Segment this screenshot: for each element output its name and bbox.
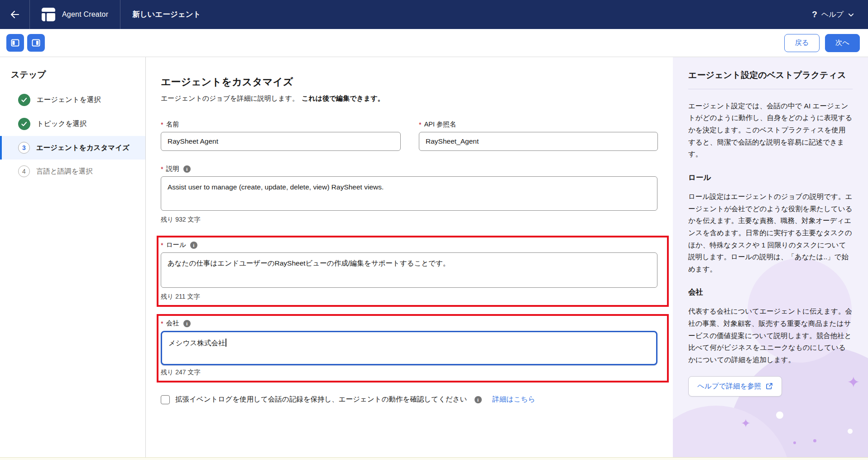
company-textarea[interactable]: メシウス株式会社: [161, 331, 657, 365]
main-subtitle: エージェントのジョブを詳細に説明します。これは後で編集できます。: [161, 94, 657, 103]
best-practices-panel: ✦ ✦ エージェント設定のベストプラクティス エージェント設定では、会話の中で …: [673, 57, 868, 460]
sidebar-step-select-agent[interactable]: エージェントを選択: [0, 88, 145, 112]
api-field-group: *API 参照名: [419, 120, 658, 151]
company-label-text: 会社: [166, 319, 179, 328]
sparkle-icon: ✦: [741, 417, 751, 429]
decor-dot: [776, 412, 783, 419]
api-label: *API 参照名: [419, 120, 658, 129]
help-question-icon: ?: [812, 10, 817, 19]
step-number-badge: 4: [18, 165, 30, 177]
agent-creator-app: Agent Creator 新しいエージェント ? ヘルプ 戻る 次へ ステップ: [0, 0, 868, 460]
decor-dot: [813, 439, 816, 442]
name-label-text: 名前: [166, 120, 179, 129]
top-navbar: Agent Creator 新しいエージェント ? ヘルプ: [0, 0, 868, 29]
description-label: *説明: [161, 165, 657, 173]
app-identity: Agent Creator: [30, 0, 120, 29]
check-circle-icon: [18, 94, 30, 106]
subtitle-text: エージェントのジョブを詳細に説明します。: [161, 94, 299, 102]
api-name-input[interactable]: [419, 132, 658, 151]
company-label: *会社: [161, 319, 657, 328]
page-title: 新しいエージェント: [120, 10, 212, 19]
company-value: メシウス株式会社: [168, 339, 225, 347]
panel-company-heading: 会社: [688, 287, 853, 297]
description-textarea[interactable]: Assist user to manage (create, update, d…: [161, 176, 657, 211]
info-icon[interactable]: [475, 396, 482, 403]
info-icon[interactable]: [183, 165, 191, 173]
role-label-text: ロール: [166, 241, 186, 249]
decor-dot: [793, 441, 796, 444]
next-button[interactable]: 次へ: [825, 34, 860, 52]
step-label: トピックを選択: [37, 119, 86, 129]
steps-heading: ステップ: [0, 69, 145, 88]
info-icon[interactable]: [190, 242, 197, 249]
subtitle-bold-text: これは後で編集できます。: [302, 94, 384, 102]
step-label: 言語と語調を選択: [36, 167, 93, 176]
api-label-text: API 参照名: [424, 120, 456, 129]
panel-intro: エージェント設定では、会話の中で AI エージェントがどのように動作し、自身をど…: [688, 100, 853, 160]
role-textarea[interactable]: あなたの仕事はエンドユーザーのRaySheetビューの作成/編集をサポートするこ…: [161, 252, 657, 288]
name-field-group: *名前: [161, 120, 401, 151]
required-marker: *: [161, 242, 163, 249]
app-name: Agent Creator: [62, 10, 108, 19]
bottom-edge-strip: [0, 457, 868, 460]
customize-agent-main: エージェントをカスタマイズ エージェントのジョブを詳細に説明します。これは後で編…: [146, 57, 673, 460]
description-label-text: 説明: [166, 165, 179, 173]
toggle-right-panel-button[interactable]: [27, 34, 45, 52]
sidebar-step-select-topic[interactable]: トピックを選択: [0, 112, 145, 136]
arrow-left-icon: [10, 9, 20, 20]
agent-creator-logo-icon: [42, 8, 55, 21]
sidebar-step-customize-agent[interactable]: 3 エージェントをカスタマイズ: [0, 136, 145, 160]
main-title: エージェントをカスタマイズ: [161, 75, 657, 89]
check-circle-icon: [18, 118, 30, 130]
view-help-details-button[interactable]: ヘルプで詳細を参照: [688, 376, 782, 397]
event-log-checkbox[interactable]: [161, 395, 170, 404]
step-number-badge: 3: [18, 142, 30, 154]
back-arrow-button[interactable]: [0, 0, 30, 29]
steps-sidebar: ステップ エージェントを選択 トピックを選択 3 エージェントをカスタマイズ 4: [0, 57, 146, 460]
required-marker: *: [161, 320, 163, 327]
help-button-label: ヘルプで詳細を参照: [697, 382, 761, 391]
event-log-option-row: 拡張イベントログを使用して会話の記録を保持し、エージェントの動作を確認してくださ…: [161, 395, 657, 404]
chevron-down-icon: [848, 11, 854, 18]
decor-dot: [848, 429, 853, 434]
step-label: エージェントをカスタマイズ: [36, 143, 129, 153]
required-marker: *: [161, 165, 163, 173]
company-char-counter: 残り 247 文字: [161, 368, 657, 377]
details-link[interactable]: 詳細はこちら: [493, 395, 535, 404]
right-panel-icon: [32, 39, 40, 47]
help-menu[interactable]: ? ヘルプ: [812, 10, 868, 19]
panel-role-heading: ロール: [688, 173, 853, 183]
step-label: エージェントを選択: [37, 95, 101, 105]
name-input[interactable]: [161, 132, 401, 151]
external-link-icon: [766, 383, 773, 390]
required-marker: *: [161, 121, 163, 128]
action-toolbar: 戻る 次へ: [0, 29, 868, 57]
back-button[interactable]: 戻る: [784, 34, 819, 52]
description-char-counter: 残り 932 文字: [161, 216, 657, 224]
role-label: *ロール: [161, 241, 657, 249]
left-panel-icon: [11, 39, 19, 47]
toggle-left-panel-button[interactable]: [6, 34, 24, 52]
role-highlight-box: *ロール あなたの仕事はエンドユーザーのRaySheetビューの作成/編集をサポ…: [157, 236, 669, 307]
agent-form: *名前 *API 参照名 *説明 Assist u: [161, 120, 657, 404]
company-highlight-box: *会社 メシウス株式会社 残り 247 文字: [157, 314, 669, 383]
event-log-label: 拡張イベントログを使用して会話の記録を保持し、エージェントの動作を確認してくださ…: [175, 395, 467, 404]
panel-role-text: ロール設定はエージェントのジョブの説明です。エージェントが会社でどのような役割を…: [688, 191, 853, 276]
panel-title: エージェント設定のベストプラクティス: [688, 57, 853, 89]
name-label: *名前: [161, 120, 401, 129]
sidebar-step-select-language[interactable]: 4 言語と語調を選択: [0, 160, 145, 183]
description-field-group: *説明 Assist user to manage (create, updat…: [161, 165, 657, 224]
role-char-counter: 残り 211 文字: [161, 293, 657, 301]
required-marker: *: [419, 121, 422, 128]
text-cursor: [225, 339, 226, 347]
panel-company-text: 代表する会社についてエージェントに伝えます。会社の事業、対象顧客、販売する重要な…: [688, 305, 853, 366]
info-icon[interactable]: [183, 320, 191, 327]
help-label: ヘルプ: [821, 10, 844, 19]
